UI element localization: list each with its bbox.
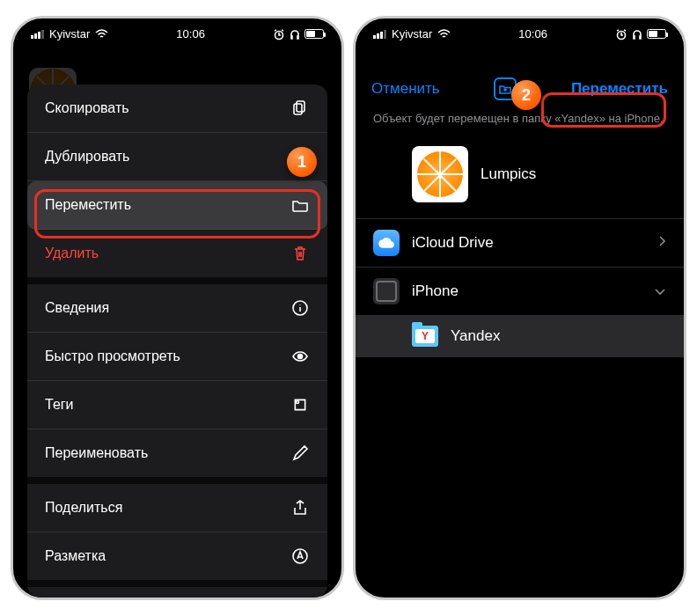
chevron-down-icon: [654, 282, 666, 300]
delete-label: Удалить: [45, 246, 99, 261]
quicklook-label: Быстро просмотреть: [45, 348, 180, 364]
right-screenshot: Kyivstar 10:06 Отменить Переместить Объе…: [353, 16, 686, 600]
item-preview: Lumpics: [356, 137, 684, 216]
left-screenshot: Kyivstar 10:06 Скопировать Дублировать: [11, 16, 344, 600]
clock: 10:06: [518, 27, 547, 40]
copy-item[interactable]: Скопировать: [27, 84, 327, 133]
compress-item[interactable]: Сжать: [27, 587, 327, 598]
battery-icon: [647, 29, 666, 39]
svg-point-5: [298, 355, 303, 359]
rename-item[interactable]: Переименовать: [27, 429, 327, 484]
marker-2: 2: [511, 80, 541, 110]
delete-item[interactable]: Удалить: [27, 230, 327, 284]
copy-label: Скопировать: [45, 100, 129, 116]
yandex-label: Yandex: [451, 327, 500, 345]
wifi-icon: [95, 29, 108, 40]
markup-label: Разметка: [45, 548, 106, 564]
wifi-icon: [437, 29, 451, 40]
cancel-button[interactable]: Отменить: [371, 80, 440, 98]
location-iphone[interactable]: iPhone: [356, 267, 684, 315]
status-bar: Kyivstar 10:06: [13, 18, 341, 44]
icloud-label: iCloud Drive: [412, 234, 494, 252]
status-bar: Kyivstar 10:06: [356, 18, 684, 44]
duplicate-label: Дублировать: [45, 149, 129, 165]
eye-icon: [290, 347, 310, 366]
carrier-label: Kyivstar: [392, 27, 432, 40]
tags-item[interactable]: Теги: [27, 381, 327, 429]
info-label: Сведения: [45, 300, 109, 316]
copy-icon: [290, 99, 310, 118]
marker-1: 1: [287, 147, 317, 177]
item-thumbnail: [412, 146, 468, 202]
duplicate-item[interactable]: Дублировать: [27, 133, 327, 181]
pencil-icon: [290, 444, 310, 463]
move-label: Переместить: [45, 197, 131, 213]
battery-icon: [304, 29, 324, 39]
quicklook-item[interactable]: Быстро просмотреть: [27, 333, 327, 381]
tags-label: Теги: [45, 397, 74, 413]
context-menu: Скопировать Дублировать Переместить Удал…: [27, 84, 327, 598]
move-button[interactable]: Переместить: [571, 80, 668, 98]
signal-icon: [373, 30, 386, 39]
headphones-icon: [631, 28, 643, 40]
share-icon: [290, 498, 310, 517]
location-list: iCloud Drive iPhone Y Yandex: [356, 218, 684, 357]
rename-label: Переименовать: [45, 445, 148, 461]
share-label: Поделиться: [45, 500, 122, 516]
folder-icon: [290, 195, 310, 215]
alarm-icon: [273, 28, 285, 40]
info-item[interactable]: Сведения: [27, 284, 327, 333]
headphones-icon: [289, 28, 301, 40]
markup-item[interactable]: Разметка: [27, 532, 327, 587]
item-name: Lumpics: [481, 165, 536, 183]
cloud-icon: [373, 230, 400, 256]
svg-point-6: [297, 401, 299, 404]
svg-rect-1: [297, 101, 304, 112]
markup-icon: [290, 546, 310, 566]
yandex-folder-icon: Y: [412, 326, 438, 347]
info-icon: [290, 298, 310, 318]
clock: 10:06: [176, 27, 205, 40]
alarm-icon: [615, 28, 627, 40]
phone-device-icon: [373, 278, 400, 304]
location-yandex[interactable]: Y Yandex: [356, 315, 684, 357]
share-item[interactable]: Поделиться: [27, 484, 327, 532]
move-item[interactable]: Переместить: [27, 181, 327, 230]
signal-icon: [31, 30, 44, 39]
location-icloud[interactable]: iCloud Drive: [356, 218, 684, 267]
iphone-label: iPhone: [412, 282, 459, 300]
tag-icon: [290, 395, 310, 414]
chevron-right-icon: [657, 234, 666, 252]
destination-hint: Объект будет перемещен в папку «Yandex» …: [356, 106, 684, 137]
svg-rect-2: [294, 104, 302, 114]
trash-icon: [290, 244, 310, 263]
carrier-label: Kyivstar: [49, 27, 90, 40]
